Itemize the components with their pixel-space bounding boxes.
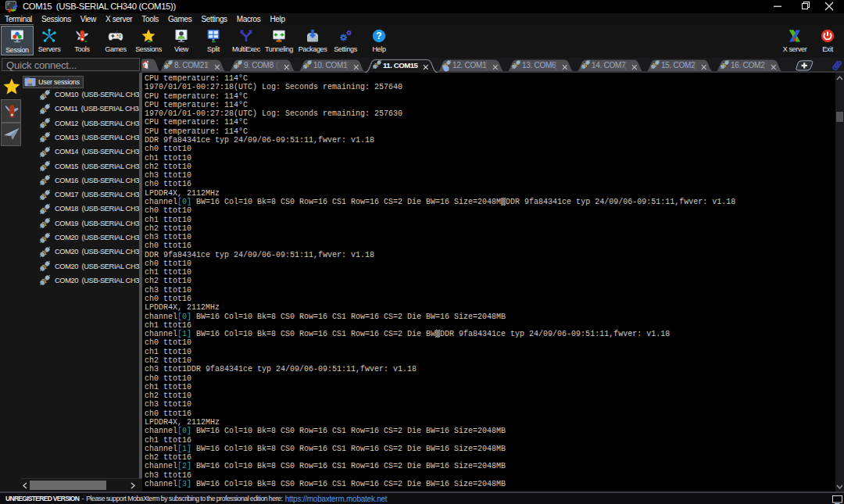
svg-text:12. COM1: 12. COM1 <box>452 61 487 70</box>
svg-text:11. COM15: 11. COM15 <box>383 61 419 70</box>
svg-text:10. COM1: 10. COM1 <box>313 61 348 70</box>
svg-text:?: ? <box>376 30 381 41</box>
svg-text:9. COM8: 9. COM8 <box>244 61 274 70</box>
svg-text:13. COM6: 13. COM6 <box>522 61 556 70</box>
svg-text:8. COM21: 8. COM21 <box>174 61 209 70</box>
svg-text:15. COM2: 15. COM2 <box>661 61 696 70</box>
svg-text:16. COM2: 16. COM2 <box>731 61 765 70</box>
svg-text:14. COM7: 14. COM7 <box>592 61 626 70</box>
